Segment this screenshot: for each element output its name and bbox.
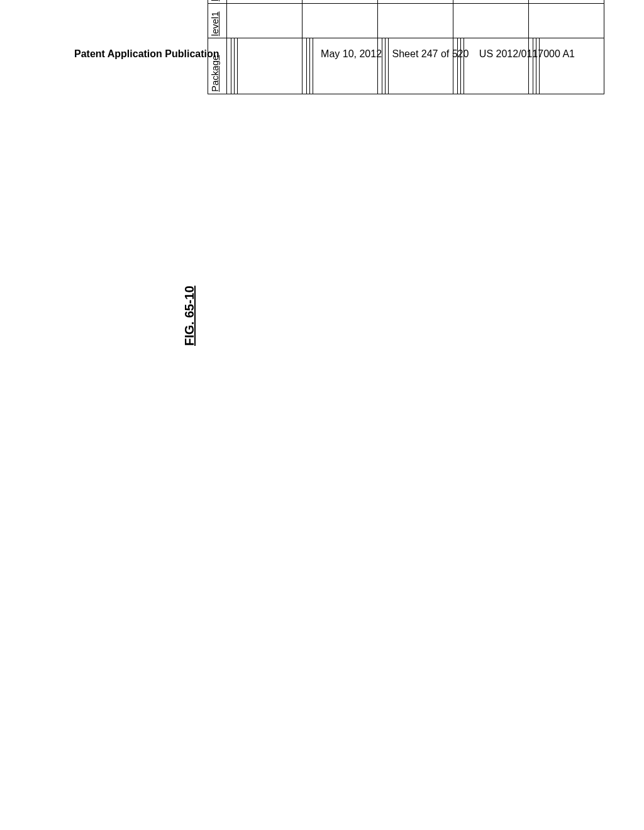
cell <box>529 0 604 4</box>
table-row: AmountS- pecification 65178 <box>303 0 378 94</box>
bookline <box>234 38 235 94</box>
table-row: Amount 65180 <box>378 0 453 94</box>
cell-package <box>303 38 378 94</box>
bookline <box>306 38 307 94</box>
bookline <box>388 38 389 94</box>
table-row: Period- Duration DayRe- currence 65176 <box>227 0 303 94</box>
cell-package <box>529 38 604 94</box>
cell-package <box>227 38 303 94</box>
figure-area: FIG. 65-10 Package level1 level2 level3 … <box>75 101 572 723</box>
table-header-row: Package level1 level2 level3 level4 leve… <box>208 0 227 94</box>
cell <box>303 0 378 4</box>
cell <box>529 4 604 38</box>
bookline <box>539 38 540 94</box>
col-package: Package <box>208 38 227 94</box>
bookline <box>460 38 461 94</box>
cell <box>378 4 453 38</box>
col-level2: level2 <box>208 0 227 4</box>
figure-label: FIG. 65-10 <box>182 285 197 346</box>
cell <box>453 0 529 4</box>
bookline <box>536 38 536 94</box>
cell <box>227 4 303 38</box>
bookline <box>382 38 382 94</box>
bookline <box>231 38 231 94</box>
bookline <box>309 38 310 94</box>
data-table: Package level1 level2 level3 level4 leve… <box>208 0 604 94</box>
cell <box>378 0 453 4</box>
cell <box>453 4 529 38</box>
bookline <box>237 38 238 94</box>
bookline <box>313 38 313 94</box>
header-publication-label: Patent Application Publication <box>74 48 219 60</box>
bookline <box>464 38 464 94</box>
cell <box>303 4 378 38</box>
table-row: Percent 65182 <box>453 0 529 94</box>
bookline <box>385 38 386 94</box>
col-level1: level1 <box>208 4 227 38</box>
bookline <box>457 38 458 94</box>
table-wrapper: Package level1 level2 level3 level4 leve… <box>208 0 604 94</box>
cell-package <box>378 38 453 94</box>
cell <box>227 0 303 4</box>
cell-package <box>453 38 529 94</box>
bookline <box>533 38 533 94</box>
table-row: InterestS- pecification 65184 <box>529 0 604 94</box>
